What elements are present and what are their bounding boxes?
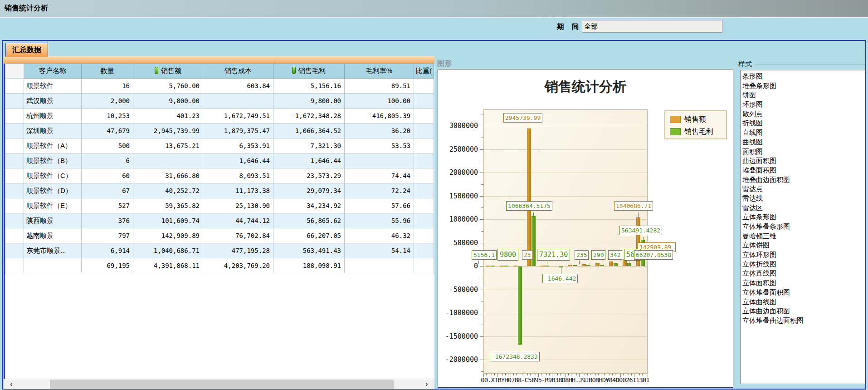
y-axis-tick <box>480 313 483 313</box>
table-row[interactable]: 深圳顺景47,6792,945,739.991,879,375.471,066,… <box>5 123 434 138</box>
style-option[interactable]: 雷达线 <box>741 194 865 203</box>
row-selector[interactable] <box>5 228 24 243</box>
column-header[interactable]: 数量 <box>82 64 133 79</box>
style-option[interactable]: 雷达区 <box>741 203 865 213</box>
style-option[interactable]: 立体折线图 <box>741 260 865 269</box>
table-cell: 527 <box>82 198 133 213</box>
row-selector[interactable] <box>5 198 24 213</box>
scrollbar-thumb[interactable] <box>50 380 394 389</box>
column-header[interactable]: 毛利率% <box>345 64 414 79</box>
style-option[interactable]: 雷达点 <box>741 184 865 194</box>
data-label-stem <box>478 261 479 264</box>
x-axis-tick <box>522 374 522 375</box>
style-option[interactable]: 直线图 <box>741 128 865 138</box>
scroll-left-button[interactable]: ‹ <box>5 379 18 389</box>
table-row[interactable]: 顺景软件165,760.00603.845,156.1689.51 <box>5 79 434 94</box>
horizontal-scrollbar[interactable]: ‹ › <box>4 379 434 389</box>
row-selector[interactable] <box>5 258 24 273</box>
table-cell: 1,040,686.71 <box>133 243 203 258</box>
table-row[interactable]: 顺景软件（B）61,646.44-1,646.44 <box>5 153 434 168</box>
bar-profit <box>518 267 522 345</box>
style-option[interactable]: 立体曲线图 <box>741 297 865 307</box>
gridline <box>484 173 647 173</box>
table-cell: 54.14 <box>345 243 414 258</box>
style-option[interactable]: 曲线图 <box>741 138 865 147</box>
row-selector[interactable] <box>5 168 24 183</box>
row-selector[interactable] <box>5 79 24 94</box>
style-option[interactable]: 环形图 <box>741 100 865 109</box>
style-option[interactable]: 曲边面积图 <box>741 156 865 166</box>
table-cell: 29,079.34 <box>273 183 345 198</box>
style-option[interactable]: 曼哈顿三维 <box>741 232 865 241</box>
table-row[interactable]: 武汉顺景2,0009,800.009,800.00100.00 <box>5 94 434 109</box>
sort-indicator-icon <box>292 67 296 74</box>
table-row[interactable]: 陕西顺景376101,609.7444,744.1256,865.6255.96 <box>5 213 434 228</box>
y-axis-tick <box>481 348 483 348</box>
table-cell: 100.00 <box>345 94 414 109</box>
table-cell: 8,093.51 <box>203 168 273 183</box>
style-option[interactable]: 立体直线图 <box>741 269 865 278</box>
table-cell: 6,353.91 <box>203 138 273 153</box>
table-cell: 16 <box>82 79 133 94</box>
row-selector-header <box>5 64 24 79</box>
row-selector[interactable] <box>5 243 24 258</box>
style-option[interactable]: 饼图 <box>741 90 865 100</box>
style-option[interactable]: 立体堆叠条形图 <box>741 222 865 232</box>
column-header[interactable]: 客户名称 <box>24 64 82 79</box>
x-axis-tick <box>494 374 495 375</box>
gridline <box>484 266 647 267</box>
style-option[interactable]: 堆叠面积图 <box>741 166 865 175</box>
tab-summary-data[interactable]: 汇总数据 <box>5 43 48 57</box>
table-row[interactable]: 东莞市顺景...6,9141,040,686.71477,195.28563,4… <box>5 243 434 258</box>
column-header[interactable]: 销售毛利 <box>273 64 345 79</box>
table-row[interactable]: 顺景软件（D）6740,252.7211,173.3829,079.3472.2… <box>5 183 434 198</box>
table-cell: 1,646.44 <box>203 153 273 168</box>
style-option[interactable]: 堆叠曲边面积图 <box>741 175 865 185</box>
style-option[interactable]: 面积图 <box>741 147 865 157</box>
data-label-stem <box>529 124 529 128</box>
style-list[interactable]: 条形图堆叠条形图饼图环形图散列点折线图直线图曲线图面积图曲边面积图堆叠面积图堆叠… <box>740 70 865 384</box>
scroll-right-button[interactable]: › <box>420 379 434 389</box>
table-row[interactable]: 69,1954,391,868.114,203,769.20188,098.91 <box>5 258 434 273</box>
row-selector[interactable] <box>5 183 24 198</box>
row-selector[interactable] <box>5 138 24 153</box>
style-option[interactable]: 立体堆叠面积图 <box>741 288 865 297</box>
row-selector[interactable] <box>5 94 24 109</box>
table-cell: 44,744.12 <box>203 213 273 228</box>
bar-profit <box>491 266 495 267</box>
column-header[interactable]: 销售成本 <box>203 64 273 79</box>
row-selector[interactable] <box>5 213 24 228</box>
style-option[interactable]: 立体曲边面积图 <box>741 306 865 316</box>
data-label-stem <box>579 261 580 264</box>
table-row[interactable]: 顺景软件（E）52759,365.8225,130.9034,234.9257.… <box>5 198 434 213</box>
y-axis-tick <box>481 325 483 325</box>
table-row[interactable]: 顺景软件（A）50013,675.216,353.917,321.3053.53 <box>5 138 434 153</box>
style-option[interactable]: 立体环形图 <box>741 250 865 260</box>
x-axis-labels: 00.XTBYH0788-C5895-R9B3BD8HH.J9JB0BHD¥84… <box>456 376 674 384</box>
style-option[interactable]: 立体饼图 <box>741 241 865 250</box>
row-selector[interactable] <box>5 109 24 123</box>
x-axis-tick <box>541 374 541 375</box>
style-option[interactable]: 折线图 <box>741 118 865 128</box>
style-option[interactable]: 立体面积图 <box>741 278 865 288</box>
style-option[interactable]: 条形图 <box>741 72 865 81</box>
table-row[interactable]: 顺景软件（C）6031,666.808,093.5123,573.2974.44 <box>5 168 434 183</box>
row-selector[interactable] <box>5 123 24 138</box>
y-axis-tick <box>480 149 483 150</box>
table-row[interactable]: 越南顺景797142,909.8976,702.8466,207.0546.32 <box>5 228 434 243</box>
period-input[interactable] <box>582 20 722 33</box>
bar-sales <box>527 128 531 266</box>
column-header[interactable]: 销售额 <box>133 64 203 79</box>
y-axis-tick <box>481 278 483 278</box>
table-row[interactable]: 杭州顺景10,253401.231,672,749.51-1,672,348.2… <box>5 109 434 123</box>
period-label: 期 间 <box>557 22 581 32</box>
style-option[interactable]: 堆叠条形图 <box>741 81 865 91</box>
data-label-stem <box>596 261 596 264</box>
style-option[interactable]: 散列点 <box>741 109 865 119</box>
column-header[interactable]: 比重( <box>414 64 434 79</box>
table-cell <box>414 79 434 94</box>
style-option[interactable]: 立体堆叠曲边面积图 <box>741 316 865 326</box>
style-option[interactable]: 立体条形图 <box>741 212 865 222</box>
row-selector[interactable] <box>5 153 24 168</box>
table-cell: 67 <box>82 183 133 198</box>
